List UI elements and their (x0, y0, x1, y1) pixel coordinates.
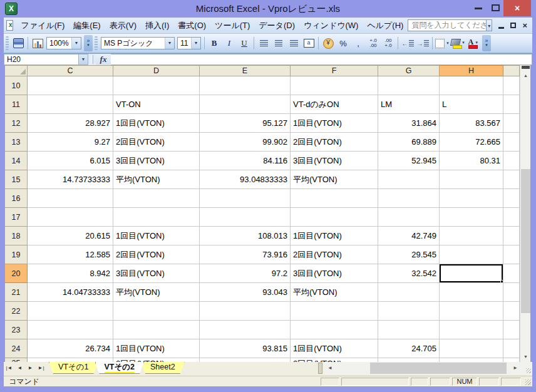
cell-E18[interactable]: 108.013 (200, 227, 291, 245)
cell-G17[interactable] (378, 208, 440, 227)
chevron-down-icon[interactable]: ▼ (165, 38, 174, 49)
chevron-down-icon[interactable]: ▼ (487, 19, 493, 31)
cell-D12[interactable]: 1回目(VTON) (113, 114, 200, 133)
cell-D22[interactable] (113, 302, 200, 321)
chevron-down-icon[interactable]: ▼ (461, 41, 465, 44)
cell-H18[interactable] (440, 227, 503, 245)
cell-G18[interactable]: 42.749 (378, 227, 440, 245)
cell-E23[interactable] (200, 321, 291, 339)
cell-H16[interactable] (440, 189, 503, 208)
cell-H19[interactable] (440, 245, 503, 264)
cell-F16[interactable] (291, 189, 378, 208)
comma-style-button[interactable]: , (351, 36, 365, 50)
name-box[interactable]: H20 (4, 54, 79, 65)
toolbar-options-standard[interactable]: »▼ (84, 35, 93, 51)
column-header-partial[interactable] (503, 65, 520, 76)
save-button[interactable] (11, 36, 25, 50)
cell-D15[interactable]: 平均(VTON) (113, 170, 200, 189)
cell-C12[interactable]: 28.927 (28, 114, 113, 133)
cell-I22[interactable] (503, 302, 520, 321)
cell-I21[interactable] (503, 283, 520, 302)
font-color-button[interactable]: ▼ (466, 36, 480, 50)
cell-F18[interactable]: 1回目(VTON) (291, 227, 378, 245)
column-header-e[interactable]: E (200, 65, 291, 76)
scroll-left-icon[interactable]: ◄ (324, 362, 336, 374)
menu-help[interactable]: ヘルプ(H) (363, 18, 408, 33)
cell-H13[interactable]: 72.665 (440, 133, 503, 152)
horizontal-scrollbar-thumb[interactable] (370, 363, 507, 374)
cell-E20[interactable]: 97.2 (200, 264, 291, 283)
cell-D17[interactable] (113, 208, 200, 227)
row-header-12[interactable]: 12 (5, 114, 28, 133)
cell-C15[interactable]: 14.73733333 (28, 170, 113, 189)
row-header-19[interactable]: 19 (5, 245, 28, 264)
merge-center-button[interactable] (302, 36, 316, 50)
menu-edit[interactable]: 編集(E) (69, 18, 105, 33)
cell-D11[interactable]: VT-ON (113, 95, 200, 114)
cell-I24[interactable] (503, 339, 520, 358)
row-header-13[interactable]: 13 (5, 133, 28, 152)
cell-F15[interactable]: 平均(VTON) (291, 170, 378, 189)
cell-H20[interactable] (440, 264, 503, 283)
cell-G10[interactable] (378, 76, 440, 95)
cell-G24[interactable]: 24.705 (378, 339, 440, 358)
cell-F17[interactable] (291, 208, 378, 227)
help-question-input[interactable]: 質問を入力してください (408, 19, 487, 31)
cell-G22[interactable] (378, 302, 440, 321)
underline-button[interactable]: U (237, 36, 251, 50)
cell-H12[interactable]: 83.567 (440, 114, 503, 133)
align-right-button[interactable] (287, 36, 301, 50)
cell-E22[interactable] (200, 302, 291, 321)
toolbar-grip[interactable] (6, 36, 9, 50)
cell-I11[interactable] (503, 95, 520, 114)
cell-C11[interactable] (28, 95, 113, 114)
zoom-combo[interactable]: 100%▼ (46, 37, 81, 49)
cell-G11[interactable]: LM (378, 95, 440, 114)
cell-H11[interactable]: L (440, 95, 503, 114)
cell-C19[interactable]: 12.585 (28, 245, 113, 264)
close-icon[interactable]: × (503, 0, 531, 16)
bold-button[interactable]: B (207, 36, 221, 50)
cell-G13[interactable]: 69.889 (378, 133, 440, 152)
cell-D16[interactable] (113, 189, 200, 208)
menu-file[interactable]: ファイル(F) (17, 18, 70, 33)
cell-H17[interactable] (440, 208, 503, 227)
italic-button[interactable]: I (222, 36, 236, 50)
cell-F22[interactable] (291, 302, 378, 321)
row-header-11[interactable]: 11 (5, 95, 28, 114)
cell-E10[interactable] (200, 76, 291, 95)
row-header-10[interactable]: 10 (5, 76, 28, 95)
vertical-scrollbar[interactable]: ▲ ▼ (520, 65, 530, 362)
row-header-23[interactable]: 23 (5, 321, 28, 339)
currency-style-button[interactable] (321, 36, 335, 50)
row-header-21[interactable]: 21 (5, 283, 28, 302)
cell-I16[interactable] (503, 189, 520, 208)
cell-F20[interactable]: 3回目(VTON) (291, 264, 378, 283)
chevron-down-icon[interactable]: ▼ (71, 38, 81, 49)
sheet-tab-3[interactable]: Sheet2 (141, 362, 185, 374)
row-header-24[interactable]: 24 (5, 339, 28, 358)
column-header-f[interactable]: F (291, 65, 378, 76)
cell-E16[interactable] (200, 189, 291, 208)
cell-C14[interactable]: 6.015 (28, 152, 113, 170)
workbook-close-icon[interactable]: × (522, 21, 527, 29)
align-left-button[interactable] (257, 36, 271, 50)
cell-I13[interactable] (503, 133, 520, 152)
decrease-decimal-button[interactable] (381, 36, 395, 50)
tab-prev-button[interactable]: ◄ (14, 363, 25, 374)
horizontal-scrollbar-track[interactable] (336, 362, 509, 374)
tab-next-button[interactable]: ► (25, 363, 36, 374)
toolbar-options-formatting[interactable]: »▼ (482, 35, 491, 51)
cell-F19[interactable]: 2回目(VTON) (291, 245, 378, 264)
cell-D10[interactable] (113, 76, 200, 95)
chevron-down-icon[interactable]: ▼ (79, 54, 88, 65)
menu-format[interactable]: 書式(O) (173, 18, 210, 33)
menu-data[interactable]: データ(D) (254, 18, 299, 33)
cell-H21[interactable] (440, 283, 503, 302)
cell-I14[interactable] (503, 152, 520, 170)
cell-G12[interactable]: 31.864 (378, 114, 440, 133)
cell-C21[interactable]: 14.04733333 (28, 283, 113, 302)
cell-C23[interactable] (28, 321, 113, 339)
cell-E17[interactable] (200, 208, 291, 227)
cell-I15[interactable] (503, 170, 520, 189)
